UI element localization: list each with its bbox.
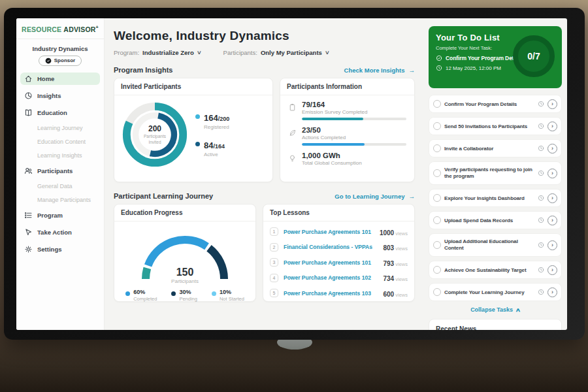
insights-icon (24, 91, 33, 100)
program-value: Industrialize Zero (142, 49, 194, 56)
task-open-button[interactable]: › (547, 193, 557, 203)
task-checkbox[interactable] (433, 144, 441, 152)
donut-center-value: 200 (148, 124, 161, 133)
task-row-upload-spend-data[interactable]: Upload Spend Data Records › (429, 211, 562, 229)
card-title: Top Lessons (263, 204, 414, 221)
legend-dot (195, 114, 200, 119)
progress-track (302, 143, 406, 146)
lesson-views-count: 734 (383, 275, 394, 282)
lesson-title-link[interactable]: Power Purchase Agreements 101 (284, 259, 378, 266)
legend-value: 164 (204, 113, 218, 123)
task-open-button[interactable]: › (547, 122, 557, 131)
task-open-button[interactable]: › (547, 169, 557, 178)
program-label: Program: (114, 49, 139, 56)
task-checkbox[interactable] (433, 100, 441, 108)
progress-fill (302, 143, 365, 146)
task-row-upload-educational-content[interactable]: Upload Additional Educational Content › (429, 233, 562, 257)
lesson-rank: 4 (270, 274, 278, 282)
task-label: Upload Spend Data Records (444, 218, 534, 223)
lesson-title-link[interactable]: Power Purchase Agreements 102 (284, 274, 378, 281)
clock-icon (538, 195, 544, 201)
sponsor-icon (45, 57, 52, 64)
sidebar-item-settings[interactable]: Settings (20, 243, 100, 255)
task-checkbox[interactable] (433, 194, 441, 202)
sidebar-nav: Home Insights Education Learning Journey… (16, 73, 104, 255)
sidebar-item-label: Settings (37, 246, 61, 253)
link-label: Go to Learning Journey (335, 193, 404, 200)
go-to-learning-journey-link[interactable]: Go to Learning Journey → (335, 193, 415, 200)
clock-icon (538, 242, 544, 248)
task-checkbox[interactable] (433, 216, 441, 224)
task-label: Explore Your Insights Dashboard (444, 195, 534, 201)
sidebar-item-participants[interactable]: Participants (20, 165, 100, 177)
sidebar-item-take-action[interactable]: Take Action (20, 226, 100, 238)
metric-label: Emission Survey Completed (302, 109, 406, 115)
sidebar-item-learning-journey[interactable]: Learning Journey (20, 123, 100, 133)
sidebar-item-education-content[interactable]: Education Content (20, 137, 100, 146)
lesson-rank: 1 (270, 227, 278, 236)
todo-panel: Your To Do List Complete Your Next Task:… (423, 18, 567, 330)
lesson-rank: 2 (270, 243, 278, 252)
clock-icon (538, 217, 544, 223)
task-checkbox[interactable] (433, 169, 441, 177)
task-row-verify-participants[interactable]: Verify participants requesting to join t… (429, 161, 562, 185)
task-open-button[interactable]: › (547, 240, 557, 250)
collapse-tasks-link[interactable]: Collapse Tasks∧ (429, 306, 562, 313)
sidebar-item-manage-participants[interactable]: Manage Participants (20, 195, 100, 204)
legend-label: Not Started (220, 296, 244, 302)
task-open-button[interactable]: › (547, 216, 557, 225)
sidebar-item-label: Home (37, 75, 54, 82)
check-circle-icon (436, 55, 442, 61)
task-checkbox[interactable] (433, 288, 441, 296)
gauge-center-value: 150 (133, 267, 237, 278)
section-title-program-insights: Program Insights (114, 66, 172, 74)
invited-participants-card: Invited Participants 200 Partic (114, 78, 273, 182)
metric-value: 79/164 (302, 101, 406, 108)
task-checkbox[interactable] (433, 241, 441, 249)
sidebar-item-insights[interactable]: Insights (20, 90, 100, 102)
lesson-title-link[interactable]: Power Purchase Agreements 103 (284, 290, 378, 297)
sidebar-item-home[interactable]: Home (20, 73, 100, 85)
sidebar-item-learning-insights[interactable]: Learning Insights (20, 151, 100, 160)
lesson-row: 5 Power Purchase Agreements 103 600 view… (270, 286, 408, 301)
sidebar-item-program[interactable]: Program (20, 209, 100, 221)
task-open-button[interactable]: › (547, 265, 557, 275)
program-select[interactable]: Program: Industrialize Zero ∨ (114, 49, 201, 56)
clock-icon (436, 65, 442, 71)
lesson-views-count: 600 (383, 291, 394, 298)
lesson-rank: 3 (270, 258, 278, 267)
page-title: Welcome, Industry Dynamics (114, 29, 415, 43)
legend-dot (212, 291, 216, 296)
sidebar-item-label: Insights (37, 92, 61, 99)
clock-icon (538, 123, 544, 129)
metric-emission-survey: 79/164 Emission Survey Completed (288, 101, 406, 120)
task-open-button[interactable]: › (547, 99, 557, 109)
task-row-achieve-target[interactable]: Achieve One Sustainability Target › (429, 261, 562, 279)
lesson-title-link[interactable]: Financial Considerations - VPPAs (284, 244, 378, 250)
sidebar-item-education[interactable]: Education (20, 106, 100, 119)
todo-next-task: Confirm Your Program Details (446, 55, 523, 61)
lesson-row: 2 Financial Considerations - VPPAs 803 v… (270, 240, 408, 255)
card-title: Invited Participants (114, 78, 272, 95)
task-checkbox[interactable] (433, 122, 441, 130)
todo-task-list: Confirm Your Program Details › Send 50 I… (429, 95, 562, 301)
sidebar-item-general-data[interactable]: General Data (20, 182, 100, 191)
legend-item-active: 84/164 Active (195, 139, 229, 157)
legend-item-completed: 60% Completed (125, 289, 157, 302)
sponsor-badge: Sponsor (39, 56, 82, 66)
lesson-title-link[interactable]: Power Purchase Agreements 101 (284, 229, 374, 235)
participants-select[interactable]: Participants: Only My Participants ∨ (223, 49, 329, 56)
task-label: Confirm Your Program Details (444, 101, 534, 107)
task-open-button[interactable]: › (547, 287, 557, 297)
task-open-button[interactable]: › (547, 144, 557, 154)
task-row-explore-insights[interactable]: Explore Your Insights Dashboard › (429, 189, 562, 207)
check-more-insights-link[interactable]: Check More Insights → (344, 67, 415, 74)
task-row-confirm-program[interactable]: Confirm Your Program Details › (429, 95, 562, 113)
lesson-row: 3 Power Purchase Agreements 101 793 view… (270, 255, 408, 270)
task-row-complete-learning-journey[interactable]: Complete Your Learning Journey › (429, 283, 562, 301)
todo-progress-ring: 0/7 (513, 35, 555, 77)
task-row-send-invitations[interactable]: Send 50 Invitations to Participants › (429, 117, 562, 135)
logo-text-secondary: ADVISOR (63, 25, 95, 33)
task-row-invite-collaborator[interactable]: Invite a Collaborator › (429, 139, 562, 157)
task-checkbox[interactable] (433, 266, 441, 274)
